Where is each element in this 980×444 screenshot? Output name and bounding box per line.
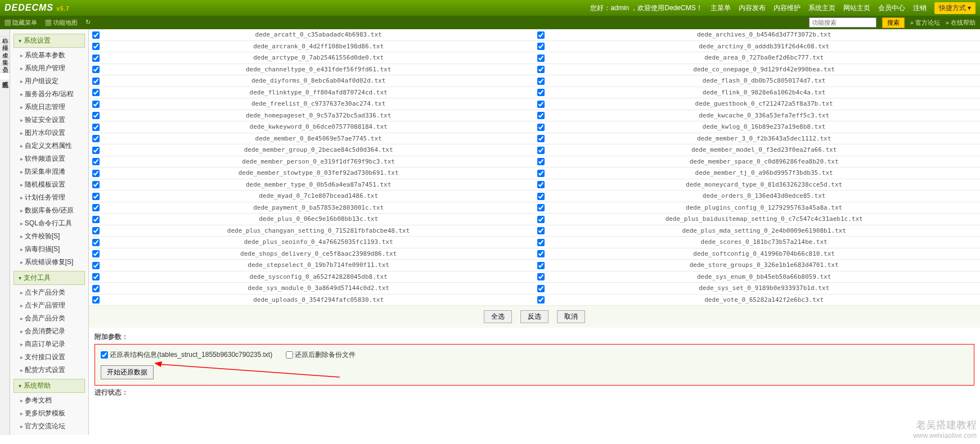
search-button[interactable]: 搜索 (882, 17, 905, 28)
delete-after-checkbox[interactable] (286, 351, 293, 359)
nav-member[interactable]: 会员中心 (878, 3, 905, 13)
file-checkbox[interactable] (537, 227, 545, 234)
file-checkbox[interactable] (92, 204, 100, 211)
sidebar-item[interactable]: 图片水印设置 (10, 126, 88, 139)
vtab-3[interactable]: 采集 (0, 51, 10, 58)
file-checkbox[interactable] (92, 181, 100, 188)
sidebar-item[interactable]: 会员消费记录 (10, 325, 88, 338)
file-checkbox[interactable] (537, 170, 545, 177)
sidebar-item[interactable]: 随机模板设置 (10, 178, 88, 191)
sidebar-item[interactable]: 系统用户管理 (10, 62, 88, 75)
cancel-button[interactable]: 取消 (557, 310, 585, 323)
file-checkbox[interactable] (537, 285, 545, 292)
file-checkbox[interactable] (92, 285, 100, 292)
file-checkbox[interactable] (537, 296, 545, 303)
sidebar-item[interactable]: 用户组设定 (10, 75, 88, 88)
sidebar-item[interactable]: 病毒扫描[S] (10, 243, 88, 256)
refresh-icon[interactable]: ↻ (86, 19, 91, 27)
sidebar-item[interactable]: 软件频道设置 (10, 152, 88, 165)
file-checkbox[interactable] (537, 158, 545, 165)
file-checkbox[interactable] (537, 89, 545, 96)
forum-link[interactable]: » 官方论坛 (910, 19, 940, 27)
file-checkbox[interactable] (92, 216, 100, 223)
sidebar-item[interactable]: 会员产品分类 (10, 312, 88, 325)
file-checkbox[interactable] (92, 193, 100, 200)
vtab-5[interactable]: 模板 (0, 66, 10, 73)
file-checkbox[interactable] (92, 31, 100, 39)
file-checkbox[interactable] (537, 31, 545, 39)
file-checkbox[interactable] (92, 147, 100, 154)
vtab-4[interactable]: 会员 (0, 58, 10, 66)
sidebar-item[interactable]: 配货方式设置 (10, 364, 88, 377)
file-checkbox[interactable] (92, 101, 100, 108)
nav-syshome[interactable]: 系统主页 (808, 3, 835, 13)
file-checkbox[interactable] (92, 66, 100, 73)
nav-main[interactable]: 主菜单 (711, 3, 731, 13)
file-checkbox[interactable] (537, 101, 545, 108)
file-checkbox[interactable] (92, 55, 100, 62)
file-checkbox[interactable] (537, 204, 545, 211)
file-checkbox[interactable] (537, 112, 545, 119)
select-all-button[interactable]: 全选 (484, 310, 512, 323)
file-checkbox[interactable] (537, 273, 545, 280)
file-checkbox[interactable] (537, 147, 545, 154)
delete-after-option[interactable]: 还原后删除备份文件 (286, 351, 356, 359)
file-checkbox[interactable] (92, 250, 100, 257)
sidebar-item[interactable]: 系统错误修复[S] (10, 256, 88, 269)
file-checkbox[interactable] (537, 193, 545, 200)
invert-button[interactable]: 反选 (520, 310, 549, 323)
restore-struct-option[interactable]: 还原表结构信息(tables_struct_1855b9630c790235.t… (101, 351, 272, 359)
function-map[interactable]: ▦ 功能地图 (45, 19, 78, 27)
file-checkbox[interactable] (537, 250, 545, 257)
sidebar-item[interactable]: 服务器分布/远程 (10, 88, 88, 101)
sidebar-item[interactable]: 计划任务管理 (10, 191, 88, 204)
sidebar-item[interactable]: 文件校验[S] (10, 230, 88, 243)
sidebar-group-header[interactable]: 系统帮助 (14, 379, 85, 393)
file-checkbox[interactable] (537, 216, 545, 223)
quick-menu[interactable]: 快捷方式 ▾ (934, 2, 975, 14)
sidebar-item[interactable]: 支付接口设置 (10, 351, 88, 364)
file-checkbox[interactable] (92, 112, 100, 119)
sidebar-item[interactable]: 更多织梦模板 (10, 407, 88, 420)
file-checkbox[interactable] (92, 296, 100, 303)
sidebar-item[interactable]: 点卡产品分类 (10, 286, 88, 299)
sidebar-item[interactable]: 官方交流论坛 (10, 420, 88, 433)
sidebar-group-header[interactable]: 系统设置 (14, 34, 85, 48)
sidebar-item[interactable]: 点卡产品管理 (10, 299, 88, 312)
nav-sitehome[interactable]: 网站主页 (843, 3, 870, 13)
start-restore-button[interactable]: 开始还原数据 (101, 365, 154, 379)
restore-struct-checkbox[interactable] (101, 351, 108, 359)
sidebar-item[interactable]: 参考文档 (10, 394, 88, 407)
file-checkbox[interactable] (537, 135, 545, 142)
hide-menu[interactable]: ▦ 隐藏菜单 (5, 19, 37, 27)
nav-logout[interactable]: 注销 (913, 3, 927, 13)
help-link[interactable]: » 在线帮助 (946, 19, 975, 27)
sidebar-item[interactable]: 自定义文档属性 (10, 139, 88, 152)
sidebar-item[interactable]: 系统基本参数 (10, 49, 88, 62)
sidebar-group-header[interactable]: 支付工具 (14, 271, 85, 285)
sidebar-item[interactable]: 系统日志管理 (10, 101, 88, 114)
file-checkbox[interactable] (92, 135, 100, 142)
sidebar-item[interactable]: 验证安全设置 (10, 114, 88, 126)
sidebar-item[interactable]: 商店订单记录 (10, 338, 88, 351)
vtab-2[interactable]: 生成 (0, 44, 10, 51)
vtab-1[interactable]: 模块 (0, 37, 10, 44)
file-checkbox[interactable] (92, 78, 100, 85)
sidebar-item[interactable]: 数据库备份/还原 (10, 204, 88, 217)
file-checkbox[interactable] (92, 170, 100, 177)
file-checkbox[interactable] (92, 43, 100, 50)
file-checkbox[interactable] (537, 262, 545, 269)
search-input[interactable] (809, 17, 876, 28)
file-checkbox[interactable] (537, 55, 545, 62)
file-checkbox[interactable] (92, 262, 100, 269)
file-checkbox[interactable] (537, 239, 545, 246)
file-checkbox[interactable] (537, 66, 545, 73)
vtab-6[interactable]: 系统 (0, 73, 10, 80)
file-checkbox[interactable] (92, 158, 100, 165)
vtab-0[interactable]: 核心 (0, 29, 10, 37)
file-checkbox[interactable] (92, 227, 100, 234)
file-checkbox[interactable] (92, 89, 100, 96)
sidebar-item[interactable]: 防采集串混淆 (10, 165, 88, 178)
file-checkbox[interactable] (537, 181, 545, 188)
nav-maintain[interactable]: 内容维护 (774, 3, 801, 13)
